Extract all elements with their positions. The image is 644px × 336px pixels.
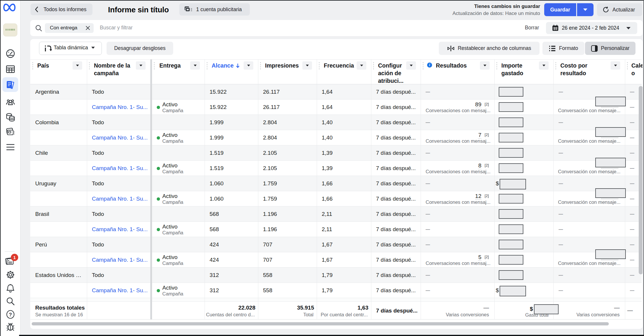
svg-text:?: ? xyxy=(9,312,12,317)
